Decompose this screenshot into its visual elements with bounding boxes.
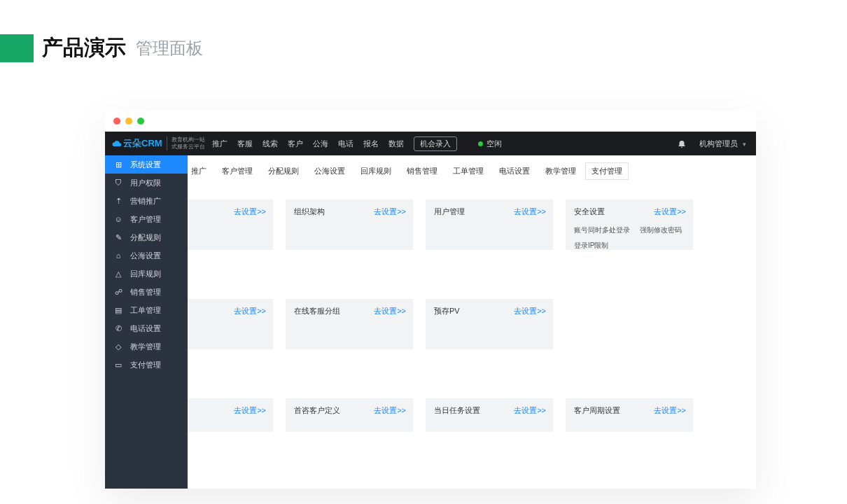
tab-item[interactable]: 工单管理: [447, 162, 490, 180]
tab-item[interactable]: 支付管理: [585, 162, 629, 180]
settings-card-user-mgmt[interactable]: 用户管理 去设置>>: [426, 200, 553, 250]
sidebar-item-assign-rules[interactable]: ✎分配规则: [105, 228, 188, 246]
nav-item[interactable]: 推广: [212, 139, 227, 149]
brand-tagline: 教育机构一站式服务云平台: [167, 136, 205, 150]
nav-item[interactable]: 公海: [313, 139, 328, 149]
sidebar-item-marketing[interactable]: ⇡营销推广: [105, 192, 188, 210]
maximize-icon[interactable]: [137, 118, 144, 125]
category-tabs: 推广 客户管理 分配规则 公海设置 回库规则 销售管理 工单管理 电话设置 教学…: [188, 155, 756, 180]
nav-item[interactable]: 报名: [363, 139, 379, 149]
sidebar: ⊞系统设置 ⛉用户权限 ⇡营销推广 ☺客户管理 ✎分配规则 ⌂公海设置 △回库规…: [105, 155, 188, 489]
brand-logo[interactable]: 云朵CRM 教育机构一站式服务云平台: [112, 136, 205, 150]
go-settings-link[interactable]: 去设置>>: [514, 206, 546, 217]
sidebar-item-payment[interactable]: ▭支付管理: [105, 356, 188, 374]
settings-card[interactable]: 去设置>>: [188, 200, 273, 250]
top-nav-items: 推广 客服 线索 客户 公海 电话 报名 数据: [212, 139, 404, 149]
settings-row: 去设置>> 首咨客户定义 去设置>> 当日任务设置 去设置>> 客户周期设置 去…: [188, 398, 756, 432]
settings-card[interactable]: 去设置>>: [188, 398, 273, 432]
sidebar-item-phone[interactable]: ✆电话设置: [105, 319, 188, 337]
sub-item[interactable]: 强制修改密码: [640, 225, 682, 235]
sidebar-item-sales[interactable]: ☍销售管理: [105, 283, 188, 301]
go-settings-link[interactable]: 去设置>>: [654, 405, 686, 416]
card-icon: ▭: [113, 360, 123, 370]
person-icon: ☺: [113, 215, 123, 223]
sidebar-item-label: 分配规则: [130, 232, 161, 243]
go-settings-link[interactable]: 去设置>>: [514, 306, 546, 316]
app-window: 云朵CRM 教育机构一站式服务云平台 推广 客服 线索 客户 公海 电话 报名 …: [105, 111, 756, 489]
sidebar-item-teaching[interactable]: ◇教学管理: [105, 337, 188, 356]
tab-item[interactable]: 销售管理: [400, 162, 444, 180]
sidebar-item-label: 公海设置: [130, 251, 161, 261]
accent-block: [0, 34, 34, 62]
sidebar-item-label: 用户权限: [130, 178, 161, 188]
nav-item[interactable]: 客户: [288, 139, 303, 149]
topbar-right: 机构管理员 ▾: [677, 139, 746, 149]
go-settings-link[interactable]: 去设置>>: [234, 405, 266, 416]
status-dot-icon: [478, 141, 483, 146]
settings-card-org[interactable]: 组织架构 去设置>>: [286, 200, 413, 250]
settings-card-prestore-pv[interactable]: 预存PV 去设置>>: [426, 299, 553, 349]
minimize-icon[interactable]: [125, 118, 132, 125]
tab-item[interactable]: 分配规则: [262, 162, 305, 180]
card-title: 客户周期设置: [574, 406, 620, 414]
nav-item[interactable]: 电话: [338, 139, 354, 149]
nav-item[interactable]: 线索: [262, 139, 278, 149]
sidebar-item-user-permissions[interactable]: ⛉用户权限: [105, 174, 188, 192]
bell-icon: [677, 139, 687, 148]
top-navbar: 云朵CRM 教育机构一站式服务云平台 推广 客服 线索 客户 公海 电话 报名 …: [105, 132, 756, 155]
main-content: 推广 客户管理 分配规则 公海设置 回库规则 销售管理 工单管理 电话设置 教学…: [188, 155, 756, 489]
card-title: 安全设置: [574, 207, 605, 216]
go-settings-link[interactable]: 去设置>>: [374, 306, 406, 316]
sidebar-item-system-settings[interactable]: ⊞系统设置: [105, 155, 188, 174]
record-opportunity-button[interactable]: 机会录入: [414, 136, 457, 151]
sales-icon: ☍: [113, 288, 123, 297]
go-settings-link[interactable]: 去设置>>: [234, 306, 266, 316]
nav-item[interactable]: 数据: [388, 139, 404, 149]
card-title: 首咨客户定义: [294, 406, 340, 414]
card-title: 组织架构: [294, 207, 325, 216]
house-icon: ⌂: [113, 251, 123, 260]
settings-card-first-consult[interactable]: 首咨客户定义 去设置>>: [286, 398, 413, 432]
slide-subtitle: 管理面板: [136, 37, 203, 59]
tab-item[interactable]: 推广: [190, 162, 213, 180]
sidebar-item-label: 工单管理: [130, 305, 161, 316]
user-role-dropdown[interactable]: 机构管理员 ▾: [699, 139, 746, 149]
go-settings-link[interactable]: 去设置>>: [374, 405, 406, 416]
settings-card-customer-cycle[interactable]: 客户周期设置 去设置>>: [566, 398, 693, 432]
settings-card-daily-tasks[interactable]: 当日任务设置 去设置>>: [426, 398, 553, 432]
sub-item[interactable]: 登录IP限制: [574, 241, 608, 251]
sidebar-item-label: 系统设置: [130, 160, 161, 170]
tab-item[interactable]: 公海设置: [308, 162, 351, 180]
go-settings-link[interactable]: 去设置>>: [654, 206, 686, 217]
settings-row: 去设置>> 组织架构 去设置>> 用户管理 去设置>> 安全设置 去设置>>: [188, 200, 756, 250]
sidebar-item-tickets[interactable]: ▤工单管理: [105, 301, 188, 319]
tab-item[interactable]: 教学管理: [539, 162, 582, 180]
tab-item[interactable]: 电话设置: [493, 162, 536, 180]
nav-item[interactable]: 客服: [237, 139, 253, 149]
tab-item[interactable]: 回库规则: [354, 162, 398, 180]
notifications-button[interactable]: [677, 139, 687, 148]
card-sub-items: 账号同时多处登录 强制修改密码 登录IP限制: [574, 225, 685, 251]
sidebar-item-label: 教学管理: [130, 342, 161, 352]
sidebar-item-label: 电话设置: [130, 323, 161, 334]
cloud-icon: [112, 139, 122, 148]
settings-card-online-groups[interactable]: 在线客服分组 去设置>>: [286, 299, 413, 349]
chevron-down-icon: ▾: [743, 141, 746, 148]
card-title: 当日任务设置: [434, 406, 480, 414]
slide-header: 产品演示 管理面板: [0, 0, 847, 62]
sidebar-item-customers[interactable]: ☺客户管理: [105, 210, 188, 228]
status-indicator[interactable]: 空闲: [478, 139, 502, 149]
sub-item[interactable]: 账号同时多处登录: [574, 225, 630, 235]
card-title: 用户管理: [434, 207, 465, 216]
settings-card[interactable]: 去设置>>: [188, 299, 273, 349]
go-settings-link[interactable]: 去设置>>: [234, 206, 266, 217]
status-label: 空闲: [486, 139, 502, 149]
settings-card-security[interactable]: 安全设置 去设置>> 账号同时多处登录 强制修改密码 登录IP限制: [566, 200, 693, 250]
close-icon[interactable]: [113, 118, 120, 125]
go-settings-link[interactable]: 去设置>>: [374, 206, 406, 217]
sidebar-item-pool-settings[interactable]: ⌂公海设置: [105, 246, 188, 265]
tab-item[interactable]: 客户管理: [216, 162, 259, 180]
settings-icon: ⊞: [113, 160, 123, 169]
go-settings-link[interactable]: 去设置>>: [514, 405, 546, 416]
sidebar-item-return-rules[interactable]: △回库规则: [105, 265, 188, 283]
